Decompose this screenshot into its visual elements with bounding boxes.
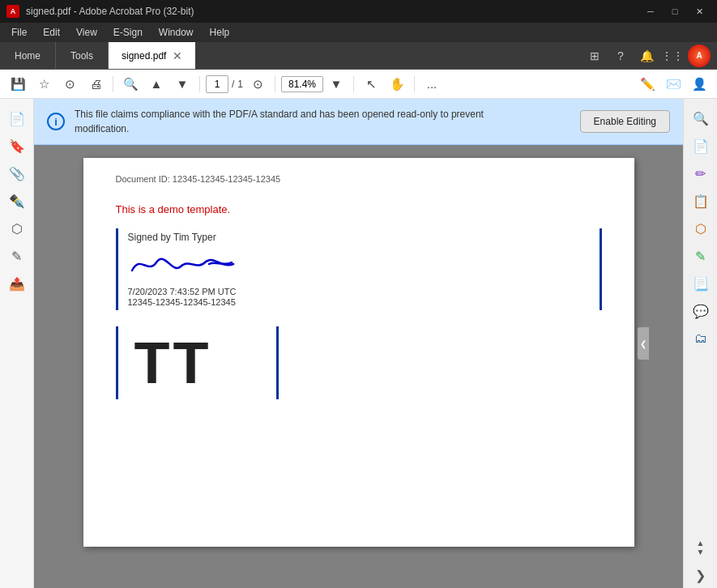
window-title: signed.pdf - Adobe Acrobat Pro (32-bit) <box>26 6 194 17</box>
toolbar-sep-5 <box>414 76 415 92</box>
right-btn-file[interactable]: 🗂 <box>688 326 714 352</box>
zoom-display[interactable]: 81.4% <box>281 76 323 92</box>
right-btn-pdf[interactable]: 📄 <box>688 133 714 159</box>
fit-page-button[interactable]: ⊙ <box>246 73 269 96</box>
tab-bar: Home Tools signed.pdf ✕ ⊞ ? 🔔 ⋮⋮ A <box>0 42 717 70</box>
right-btn-arrow[interactable]: ❯ <box>688 562 714 588</box>
tt-block: TT <box>116 326 602 399</box>
signature-block: Signed by Tim Typer 7/20/2023 7:43:52 PM… <box>116 228 602 310</box>
tt-content: TT <box>118 330 228 396</box>
right-sidebar: 🔍 📄 ✏ 📋 ⬡ ✎ 📃 💬 🗂 ▲▼ ❯ <box>683 99 717 588</box>
content-area: i This file claims compliance with the P… <box>34 99 683 588</box>
print-button[interactable]: 🖨 <box>84 73 107 96</box>
tab-active-label: signed.pdf <box>122 50 166 62</box>
demo-text: This is a demo template. <box>116 203 602 215</box>
profile-icon[interactable]: A <box>688 45 711 67</box>
info-icon: i <box>47 113 65 130</box>
info-banner: i This file claims compliance with the P… <box>34 99 683 145</box>
save-button[interactable]: 💾 <box>6 73 29 96</box>
prev-page-button[interactable]: ▲ <box>145 73 168 96</box>
tab-bar-right: ⊞ ? 🔔 ⋮⋮ A <box>584 42 717 69</box>
signature-image <box>128 246 444 285</box>
help-icon[interactable]: ? <box>610 45 631 66</box>
signature-id: 12345-12345-12345-12345 <box>128 297 444 307</box>
right-btn-organize[interactable]: 📋 <box>688 188 714 214</box>
share-button[interactable]: ⊙ <box>58 73 81 96</box>
right-btn-stamp[interactable]: ⬡ <box>688 215 714 241</box>
info-message-line2: modification. <box>75 123 129 134</box>
tab-home[interactable]: Home <box>0 42 56 69</box>
tt-label: TT <box>134 330 212 396</box>
right-btn-export[interactable]: 📃 <box>688 271 714 296</box>
more-tools-button[interactable]: ... <box>420 73 443 96</box>
signature-content: Signed by Tim Typer 7/20/2023 7:43:52 PM… <box>118 228 454 310</box>
sidebar-btn-signature[interactable]: ✒️ <box>4 188 30 214</box>
main-layout: 📄 🔖 📎 ✒️ ⬡ ✎ 📤 i This file claims compli… <box>0 99 717 588</box>
menu-edit[interactable]: Edit <box>35 25 68 40</box>
close-button[interactable]: ✕ <box>688 3 711 19</box>
right-btn-comment[interactable]: ✎ <box>688 243 714 269</box>
toolbar-sep-4 <box>353 76 354 92</box>
zoom-dropdown-button[interactable]: ▼ <box>325 73 348 96</box>
menu-view[interactable]: View <box>68 25 105 40</box>
title-bar: A signed.pdf - Adobe Acrobat Pro (32-bit… <box>0 0 717 23</box>
apps-icon[interactable]: ⋮⋮ <box>662 45 683 66</box>
menu-window[interactable]: Window <box>151 25 202 40</box>
signature-date: 7/20/2023 7:43:52 PM UTC <box>128 287 444 296</box>
pdf-page: Document ID: 12345-12345-12345-12345 Thi… <box>83 158 634 547</box>
annotate-button[interactable]: ✏️ <box>636 73 659 96</box>
enable-editing-button[interactable]: Enable Editing <box>580 110 670 133</box>
minimize-button[interactable]: ─ <box>639 3 662 19</box>
zoom-control: 81.4% ▼ <box>281 73 348 96</box>
toolbar-sep-2 <box>199 76 200 92</box>
hand-tool-button[interactable]: ✋ <box>386 73 408 96</box>
signed-by: Signed by Tim Typer <box>128 232 444 243</box>
window-controls: ─ □ ✕ <box>639 3 711 19</box>
page-nav: / 1 <box>206 75 243 93</box>
maximize-button[interactable]: □ <box>664 3 686 19</box>
page-separator: / <box>232 79 234 90</box>
tab-tools[interactable]: Tools <box>56 42 109 69</box>
menu-esign[interactable]: E-Sign <box>105 25 151 40</box>
notification-icon[interactable]: 🔔 <box>636 45 657 66</box>
info-message-line1: This file claims compliance with the PDF… <box>75 109 484 120</box>
tab-signed-pdf[interactable]: signed.pdf ✕ <box>109 42 195 69</box>
toolbar-sep-3 <box>275 76 275 92</box>
app-icon: A <box>6 5 19 18</box>
right-btn-search[interactable]: 🔍 <box>688 105 714 131</box>
right-btn-convert[interactable]: 💬 <box>688 298 714 324</box>
sig-right-border <box>600 228 602 310</box>
sidebar-btn-bookmarks[interactable]: 🔖 <box>4 133 30 159</box>
page-total: 1 <box>237 79 243 90</box>
sidebar-btn-export[interactable]: 📤 <box>4 271 30 296</box>
right-btn-expand[interactable]: ▲▼ <box>688 535 714 560</box>
right-btn-edit-pdf[interactable]: ✏ <box>688 160 714 186</box>
menu-file[interactable]: File <box>3 25 35 40</box>
document-id: Document ID: 12345-12345-12345-12345 <box>116 174 602 184</box>
toolbar: 💾 ☆ ⊙ 🖨 🔍 ▲ ▼ / 1 ⊙ 81.4% ▼ ↖ ✋ ... ✏️ ✉… <box>0 70 717 99</box>
tt-right-border <box>276 326 279 399</box>
zoom-out-button[interactable]: 🔍 <box>119 73 142 96</box>
left-sidebar: 📄 🔖 📎 ✒️ ⬡ ✎ 📤 <box>0 99 34 588</box>
sidebar-btn-edit[interactable]: ✎ <box>4 243 30 269</box>
bookmark-button[interactable]: ☆ <box>32 73 55 96</box>
collapse-handle[interactable]: ❮ <box>638 327 649 360</box>
mail-button[interactable]: ✉️ <box>662 73 685 96</box>
share-icon[interactable]: ⊞ <box>584 45 605 66</box>
sidebar-btn-layers[interactable]: ⬡ <box>4 215 30 241</box>
select-tool-button[interactable]: ↖ <box>360 73 382 96</box>
next-page-button[interactable]: ▼ <box>171 73 194 96</box>
menu-bar: File Edit View E-Sign Window Help <box>0 23 717 42</box>
sidebar-btn-pages[interactable]: 📄 <box>4 105 30 131</box>
user-button[interactable]: 👤 <box>688 73 711 96</box>
sidebar-btn-paperclip[interactable]: 📎 <box>4 160 30 186</box>
pdf-scroll-area[interactable]: Document ID: 12345-12345-12345-12345 Thi… <box>34 145 683 588</box>
page-input[interactable] <box>206 75 228 93</box>
tab-close-button[interactable]: ✕ <box>173 49 182 62</box>
toolbar-sep-1 <box>113 76 113 92</box>
info-text: This file claims compliance with the PDF… <box>75 107 570 136</box>
menu-help[interactable]: Help <box>202 25 238 40</box>
